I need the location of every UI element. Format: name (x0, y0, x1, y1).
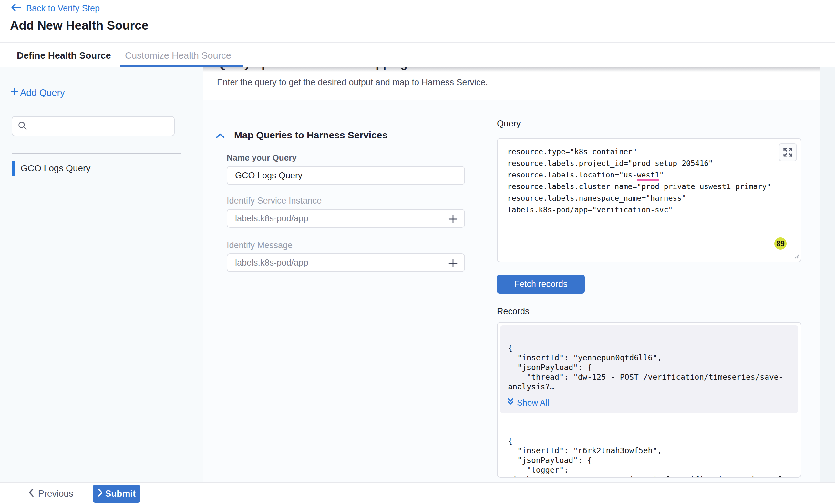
plus-icon (448, 214, 459, 225)
query-item-label: GCO Logs Query (21, 163, 90, 174)
page-title: Add New Health Source (10, 19, 148, 33)
card-header-divider (203, 100, 820, 100)
name-your-query-label: Name your Query (227, 153, 297, 163)
record-line: "insertId": "r6rk2tnah3owf5eh", (508, 446, 788, 456)
record-line: analysis?… (508, 382, 783, 392)
tab-define-health-source[interactable]: Define Health Source (17, 50, 111, 61)
query-line: labels.k8s-pod/app="verification-svc" (507, 204, 771, 215)
expand-query-button[interactable] (779, 143, 797, 161)
record-line: "thread": "dw-125 - POST /verification/t… (508, 372, 783, 382)
message-field-wrap (227, 253, 465, 272)
query-search-box (12, 116, 175, 136)
search-input[interactable] (31, 121, 169, 131)
map-queries-heading: Map Queries to Harness Services (234, 130, 387, 141)
fullscreen-icon (782, 147, 793, 158)
tab-bar: Define Health Source Customize Health So… (0, 44, 835, 67)
query-line-text: resource.labels.location="us- (507, 171, 637, 179)
active-tab-underline (120, 65, 243, 67)
query-sidebar: Add Query GCO Logs Query (0, 67, 203, 482)
spellcheck-underlined-text: west1 (637, 171, 659, 181)
query-line: resource.labels.location="us-west1" (507, 169, 771, 181)
collapse-section-button[interactable] (216, 133, 225, 140)
plus-icon (10, 87, 19, 99)
add-message-button[interactable] (448, 258, 459, 270)
chevron-up-icon (216, 133, 225, 139)
page-header: Back to Verify Step Add New Health Sourc… (0, 0, 835, 43)
query-editor-text: resource.type="k8s_container" resource.l… (507, 146, 771, 215)
message-input[interactable] (227, 254, 464, 271)
back-link[interactable]: Back to Verify Step (11, 3, 100, 14)
character-count-badge: 89 (774, 237, 787, 250)
add-query-button[interactable]: Add Query (10, 87, 65, 99)
record-item-1: { "insertId": "yennepun0qtd6ll6", "jsonP… (500, 325, 798, 413)
chevron-right-icon (98, 488, 103, 499)
selected-item-indicator (12, 161, 15, 176)
identify-message-label: Identify Message (227, 240, 292, 250)
query-label: Query (497, 119, 521, 129)
query-name-field-wrap (227, 166, 465, 185)
records-label: Records (497, 307, 530, 317)
record-line: "insertId": "yennepun0qtd6ll6", (508, 353, 783, 363)
record-line: "jsonPayload": { (508, 363, 783, 372)
record-line: { (508, 436, 788, 446)
record-line: { (508, 343, 783, 353)
submit-label: Submit (105, 488, 136, 499)
previous-button[interactable]: Previous (28, 487, 73, 500)
search-icon (17, 121, 27, 132)
plus-icon (448, 258, 459, 269)
query-line: resource.labels.project_id="prod-setup-2… (507, 158, 771, 169)
resize-grip-icon (792, 252, 799, 259)
footer-bar: Previous Submit (0, 482, 835, 504)
sidebar-item-gco-logs-query[interactable]: GCO Logs Query (0, 160, 181, 177)
query-name-input[interactable] (227, 167, 464, 184)
sidebar-divider (12, 153, 181, 153)
fetch-records-button[interactable]: Fetch records (497, 275, 585, 294)
add-health-source-screen: Back to Verify Step Add New Health Sourc… (0, 0, 835, 504)
section-title: Query Specifications and Mappings (217, 67, 414, 70)
double-chevron-down-icon (507, 398, 514, 408)
identify-service-instance-label: Identify Service Instance (227, 196, 322, 206)
query-line: resource.type="k8s_container" (507, 146, 771, 158)
add-service-instance-button[interactable] (448, 214, 459, 226)
back-link-label: Back to Verify Step (26, 3, 100, 14)
record-line: "jsonPayload": { (508, 456, 788, 465)
record-line: "logger": (508, 465, 788, 475)
show-all-link[interactable]: Show All (507, 398, 549, 408)
submit-button[interactable]: Submit (93, 485, 140, 503)
textarea-resize-handle[interactable] (792, 252, 799, 260)
query-line: resource.labels.cluster_name="prod-priva… (507, 181, 771, 192)
chevron-left-icon (28, 487, 34, 500)
content-area: Add Query GCO Logs Query Query Specifica… (0, 67, 835, 482)
query-line: resource.labels.namespace_name="harness" (507, 192, 771, 204)
previous-label: Previous (38, 488, 73, 499)
query-line-text: " (659, 171, 664, 179)
service-instance-field-wrap (227, 209, 465, 228)
back-arrow-icon (11, 3, 21, 14)
section-subtitle: Enter the query to get the desired outpu… (217, 78, 488, 87)
tab-customize-health-source[interactable]: Customize Health Source (125, 50, 231, 61)
service-instance-input[interactable] (227, 210, 464, 227)
record-1-json: { "insertId": "yennepun0qtd6ll6", "jsonP… (508, 343, 783, 392)
record-2-json: { "insertId": "r6rk2tnah3owf5eh", "jsonP… (508, 436, 788, 478)
records-panel[interactable]: { "insertId": "yennepun0qtd6ll6", "jsonP… (497, 322, 801, 478)
record-line: "io.harness.cvng.core.services.impl.Veri… (508, 475, 788, 478)
query-editor-box[interactable]: resource.type="k8s_container" resource.l… (497, 138, 801, 262)
add-query-label: Add Query (20, 87, 65, 98)
query-specifications-card: Query Specifications and Mappings Enter … (203, 67, 820, 482)
show-all-label: Show All (517, 398, 549, 408)
